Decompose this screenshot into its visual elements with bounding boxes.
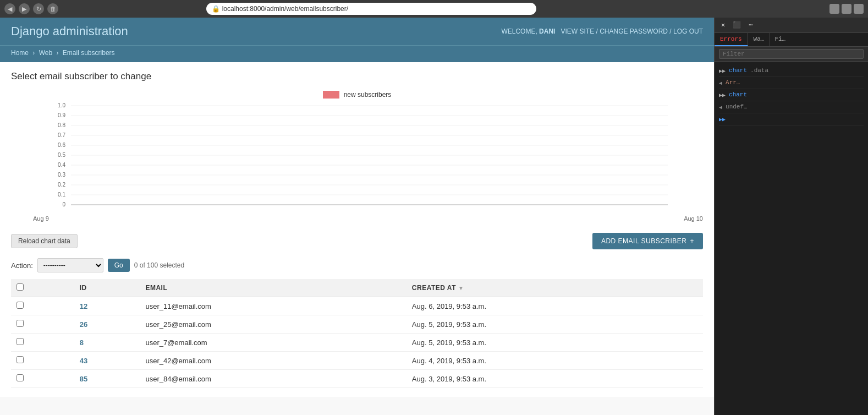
back-button[interactable]: ◀: [4, 3, 15, 14]
row-id-link[interactable]: 85: [80, 375, 87, 383]
row-id-cell: 8: [74, 334, 140, 352]
table-row: 8 user_7@email.com Aug. 5, 2019, 9:53 a.…: [11, 334, 703, 352]
svg-text:0.1: 0.1: [58, 192, 65, 198]
svg-text:0.8: 0.8: [58, 122, 65, 128]
filter-label[interactable]: Fi…: [772, 33, 788, 46]
admin-title-second: administration: [53, 24, 128, 38]
row-checkbox[interactable]: [17, 320, 24, 327]
devtools-dots-btn[interactable]: ⋯: [746, 20, 755, 30]
row-id-link[interactable]: 12: [80, 302, 87, 310]
admin-title-first: Django: [11, 24, 50, 38]
admin-user-info: WELCOME, DANI VIEW SITE / CHANGE PASSWOR…: [501, 28, 703, 35]
table-header-row: ID EMAIL CREATED AT ▼: [11, 279, 703, 297]
tab-warnings[interactable]: Wa…: [748, 33, 771, 46]
action-row: Action: ---------- Go 0 of 100 selected: [11, 258, 703, 272]
devtools-panel: ✕ ⬛ ⋯ Errors Wa… Fi… ▶▶ chart.data ◀ Arr…: [714, 18, 868, 415]
console-text-3: chart: [729, 90, 747, 100]
content-area: Select email subscriber to change new su…: [0, 62, 714, 397]
forward-button[interactable]: ▶: [19, 3, 30, 14]
select-all-checkbox[interactable]: [17, 283, 24, 291]
row-id-cell: 85: [74, 370, 140, 388]
change-password-link[interactable]: CHANGE PASSWORD: [600, 28, 668, 35]
table-row: 43 user_42@email.com Aug. 4, 2019, 9:53 …: [11, 352, 703, 370]
arrow-4: ◀: [719, 103, 722, 112]
address-bar[interactable]: 🔒 localhost:8000/admin/web/emailsubscrib…: [206, 3, 536, 15]
row-created-at-cell: Aug. 5, 2019, 9:53 a.m.: [406, 315, 703, 334]
actions-bar: Reload chart data ADD EMAIL SUBSCRIBER +: [11, 233, 703, 249]
add-email-subscriber-button[interactable]: ADD EMAIL SUBSCRIBER +: [592, 233, 703, 249]
row-id-link[interactable]: 8: [80, 338, 84, 347]
row-id-link[interactable]: 43: [80, 357, 87, 365]
row-email-cell: user_11@email.com: [140, 297, 406, 315]
menu-button[interactable]: [854, 4, 864, 14]
row-checkbox[interactable]: [17, 374, 24, 381]
table-row: 12 user_11@email.com Aug. 6, 2019, 9:53 …: [11, 297, 703, 315]
admin-content: Django administration WELCOME, DANI VIEW…: [0, 18, 714, 415]
view-site-link[interactable]: VIEW SITE: [561, 28, 594, 35]
svg-text:0.4: 0.4: [58, 162, 65, 168]
row-checkbox-cell: [11, 334, 74, 352]
welcome-text: WELCOME,: [501, 28, 537, 35]
action-select[interactable]: ----------: [37, 258, 103, 272]
chart-area: 1.0 0.9 0.8 0.7 0.6 0.5 0.4 0.3 0.2 0.1 …: [33, 103, 703, 222]
console-line-4: ◀ undef…: [719, 101, 864, 113]
devtools-toolbar: ✕ ⬛ ⋯: [715, 18, 868, 33]
th-checkbox: [11, 279, 74, 297]
row-id-link[interactable]: 26: [80, 320, 87, 329]
row-checkbox-cell: [11, 297, 74, 315]
log-out-link[interactable]: LOG OUT: [673, 28, 703, 35]
devtools-expand-btn[interactable]: ⬛: [730, 20, 743, 30]
th-created-at[interactable]: CREATED AT ▼: [406, 279, 703, 297]
bookmark-button[interactable]: [829, 4, 839, 14]
console-text-1: chart: [729, 66, 747, 75]
devtools-close-btn[interactable]: ✕: [719, 20, 727, 30]
breadcrumb-home[interactable]: Home: [11, 49, 29, 57]
browser-actions: [829, 4, 864, 14]
console-line-1: ▶▶ chart.data: [719, 65, 864, 77]
username: DANI: [539, 28, 555, 35]
action-label: Action:: [11, 261, 33, 270]
selected-count: 0 of 100 selected: [134, 261, 184, 269]
breadcrumb-web[interactable]: Web: [39, 49, 52, 57]
console-line-3: ▶▶ chart: [719, 89, 864, 101]
devtools-tabs: Errors Wa… Fi…: [715, 33, 868, 47]
expand-arrow-3[interactable]: ▶▶: [719, 91, 726, 100]
admin-logo[interactable]: Django administration: [11, 24, 128, 39]
devtools-body: ▶▶ chart.data ◀ Arr… ▶▶ chart ◀ undef… ▶…: [715, 62, 868, 415]
row-email-cell: user_7@email.com: [140, 334, 406, 352]
row-created-at-cell: Aug. 5, 2019, 9:53 a.m.: [406, 334, 703, 352]
chart-svg: 1.0 0.9 0.8 0.7 0.6 0.5 0.4 0.3 0.2 0.1 …: [33, 103, 703, 213]
chart-x-labels: Aug 9 Aug 10: [33, 213, 703, 222]
admin-header: Django administration WELCOME, DANI VIEW…: [0, 18, 714, 45]
tab-errors[interactable]: Errors: [715, 33, 748, 46]
table-row: 85 user_84@email.com Aug. 3, 2019, 9:53 …: [11, 370, 703, 388]
breadcrumb: Home › Web › Email subscribers: [11, 49, 703, 57]
expand-arrow-5[interactable]: ▶▶: [719, 116, 726, 124]
row-checkbox[interactable]: [17, 356, 24, 363]
svg-text:0.9: 0.9: [58, 112, 65, 118]
svg-text:0.5: 0.5: [58, 152, 65, 158]
th-id: ID: [74, 279, 140, 297]
extension-button[interactable]: [842, 4, 851, 14]
reload-chart-button[interactable]: Reload chart data: [11, 234, 78, 248]
stop-button[interactable]: 🗑: [47, 3, 58, 14]
go-button[interactable]: Go: [108, 259, 130, 272]
table-body: 12 user_11@email.com Aug. 6, 2019, 9:53 …: [11, 297, 703, 388]
reload-button[interactable]: ↻: [33, 3, 44, 14]
expand-arrow-1[interactable]: ▶▶: [719, 67, 726, 75]
legend-label: new subscribers: [344, 91, 392, 99]
row-checkbox[interactable]: [17, 338, 24, 345]
arrow-2: ◀: [719, 79, 722, 88]
row-email-cell: user_25@email.com: [140, 315, 406, 334]
breadcrumb-current: Email subscribers: [63, 49, 115, 57]
chart-legend: new subscribers: [11, 91, 703, 99]
svg-text:0.2: 0.2: [58, 182, 65, 188]
row-checkbox[interactable]: [17, 302, 24, 309]
filter-input[interactable]: [719, 49, 864, 59]
console-line-5: ▶▶: [719, 113, 864, 125]
row-created-at-cell: Aug. 4, 2019, 9:53 a.m.: [406, 352, 703, 370]
lock-icon: 🔒: [212, 5, 220, 13]
page-title: Select email subscriber to change: [11, 71, 703, 82]
svg-text:0.3: 0.3: [58, 172, 65, 178]
row-created-at-cell: Aug. 3, 2019, 9:53 a.m.: [406, 370, 703, 388]
